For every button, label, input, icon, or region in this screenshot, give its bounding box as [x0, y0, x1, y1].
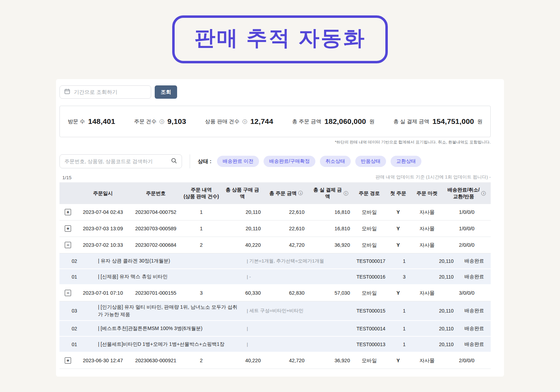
cell-channel: 모바일 — [354, 225, 385, 232]
summary-order-amount-value: 182,060,000 — [324, 117, 366, 126]
info-icon[interactable]: i — [344, 191, 348, 196]
list-meta-row: 1/15 판매 내역 업데이트 기준 (1시간에 1회 업데이트 됩니다) - — [59, 174, 491, 180]
date-range-input[interactable]: 기간으로 조회하기 — [59, 85, 151, 99]
sales-panel: 기간으로 조회하기 조회 방문 수 148,401 주문 건수 i 9,103 … — [56, 79, 504, 377]
cell-delivery-status: 1/0/0/0 — [443, 209, 491, 215]
cell-purchase: 20,110 — [220, 226, 264, 231]
cell-order-total: 62,830 — [264, 290, 308, 296]
item-price: 20,110 — [422, 308, 455, 314]
summary-sales-label: 상품 판매 건수 — [205, 118, 239, 125]
header-first-order: 첫 주문 — [385, 190, 411, 197]
search-placeholder: 주문번호, 상품명, 상품코드로 검색하기 — [64, 158, 153, 165]
item-status: 배송완료 — [455, 258, 491, 264]
table-row: + 2023-07-04 02:43 20230704-000752 1 20,… — [59, 204, 491, 220]
cell-channel: 모바일 — [354, 357, 385, 364]
item-price: 20,110 — [422, 258, 455, 264]
item-code: TEST000014 — [331, 326, 387, 331]
order-item-row: 02 | [베스트추천]관절튼튼MSM 100% 3병(6개월분) | TEST… — [59, 321, 491, 337]
search-icon[interactable] — [171, 158, 177, 165]
cell-order-total: 22,610 — [264, 209, 308, 215]
collapse-button[interactable]: − — [65, 242, 71, 248]
item-code: TEST000017 — [331, 258, 387, 264]
cell-order-total: 22,610 — [264, 226, 308, 231]
item-no: 01 — [59, 274, 89, 280]
cell-purchase: 60,330 — [220, 290, 264, 296]
date-range-placeholder: 기간으로 조회하기 — [74, 89, 117, 96]
summary-order-amount: 총 주문 금액 182,060,000 원 — [292, 117, 374, 126]
cell-delivery-status: 3/0/0/0 — [443, 290, 491, 296]
cell-paid: 16,810 — [308, 209, 354, 215]
summary-sales: 상품 판매 건수 i 12,744 — [205, 117, 273, 126]
item-price: 20,110 — [422, 274, 455, 280]
summary-orders: 주문 건수 i 9,103 — [134, 117, 186, 126]
cell-purchase: 40,220 — [220, 358, 264, 363]
cell-order-total: 42,720 — [264, 358, 308, 363]
expand-button[interactable]: + — [65, 357, 71, 364]
order-item-row: 03 | [인기상품] 유자 멀티 비타민, 판매량 1위, 남녀노소 모두가 … — [59, 301, 491, 321]
cell-count: 1 — [182, 209, 220, 215]
calendar-icon — [64, 88, 70, 96]
header-market: 주문 마켓 — [411, 190, 443, 197]
status-badge-delivered-confirmed[interactable]: 배송완료/구매확정 — [264, 156, 315, 167]
cell-order-no: 20230703-000589 — [130, 226, 182, 231]
item-qty: 3 — [387, 274, 422, 280]
page-title: 판매 추적 자동화 — [194, 24, 365, 52]
cell-channel: 모바일 — [354, 209, 385, 216]
cell-first-order: Y — [385, 226, 411, 231]
header-delivery-status-label: 배송완료/취소/ 교환/반품 — [448, 187, 480, 200]
summary-paid-amount-label: 총 실 결제 금액 — [393, 118, 429, 125]
expand-button[interactable]: + — [65, 209, 71, 215]
cell-delivery-status: 2/0/0/0 — [443, 358, 491, 363]
item-code: TEST000016 — [331, 274, 387, 280]
status-badge-cancelled[interactable]: 취소상태 — [320, 156, 351, 167]
info-icon[interactable]: i — [243, 119, 247, 124]
cell-channel: 모바일 — [354, 290, 385, 296]
expand-button[interactable]: + — [65, 225, 71, 232]
item-name: | [선물세트]비타민D 1병+오메가 1병+선물박스+쇼핑백1장 — [98, 341, 238, 348]
cell-order-no: 20230702-000684 — [130, 242, 182, 248]
collapse-button[interactable]: − — [65, 290, 71, 296]
summary-paid-amount: 총 실 결제 금액 154,751,000 원 — [393, 117, 483, 126]
title-box: 판매 추적 자동화 — [172, 15, 387, 63]
item-name: | [인기상품] 유자 멀티 비타민, 판매량 1위, 남녀노소 모두가 섭취가… — [98, 303, 238, 318]
summary-order-amount-unit: 원 — [369, 118, 374, 125]
search-row: 주문번호, 상품명, 상품코드로 검색하기 상태 : 배송완료 이전 배송완료/… — [59, 154, 491, 168]
search-input[interactable]: 주문번호, 상품명, 상품코드로 검색하기 — [59, 154, 182, 168]
info-icon[interactable]: i — [160, 119, 164, 124]
cell-first-order: Y — [385, 242, 411, 248]
cell-datetime: 2023-07-01 07:10 — [76, 290, 130, 296]
table-row: + 2023-06-30 12:47 20230630-000921 2 40,… — [59, 352, 491, 369]
table-row-expanded: − 2023-07-01 07:10 20230701-000155 3 60,… — [59, 285, 491, 301]
status-badge-returned[interactable]: 반품상태 — [355, 156, 386, 167]
item-qty: 1 — [387, 258, 422, 264]
info-icon[interactable]: i — [481, 191, 486, 196]
cell-order-no: 20230704-000752 — [130, 209, 182, 215]
cell-count: 3 — [182, 290, 220, 296]
summary-visits-label: 방문 수 — [68, 118, 85, 125]
cell-delivery-status: 1/0/0/0 — [443, 226, 491, 231]
table-row-expanded: − 2023-07-02 10:33 20230702-000684 2 40,… — [59, 237, 491, 253]
status-badge-exchanged[interactable]: 교환상태 — [391, 156, 421, 167]
header-delivery-status: 배송완료/취소/ 교환/반품 i — [443, 187, 491, 200]
item-code: TEST000015 — [331, 308, 387, 314]
item-qty: 1 — [387, 308, 422, 314]
query-button[interactable]: 조회 — [155, 85, 177, 99]
header-order-no: 주문번호 — [130, 190, 182, 197]
info-icon[interactable]: i — [298, 191, 303, 195]
item-qty: 1 — [387, 326, 422, 331]
status-badge-before-delivery[interactable]: 배송완료 이전 — [217, 156, 259, 167]
cell-paid: 57,030 — [308, 290, 354, 296]
item-price: 20,110 — [422, 326, 455, 331]
cell-first-order: Y — [385, 358, 411, 363]
item-status: 배송완료 — [455, 308, 491, 314]
order-item-row: 01 | [선물세트]비타민D 1병+오메가 1병+선물박스+쇼핑백1장 | T… — [59, 337, 491, 352]
cell-purchase: 40,220 — [220, 242, 264, 248]
cell-channel: 모바일 — [354, 242, 385, 248]
cell-market: 자사몰 — [411, 290, 443, 296]
cell-datetime: 2023-07-04 02:43 — [76, 209, 130, 215]
item-price: 20,110 — [422, 342, 455, 347]
header-paid-amount-label: 총 실 결제 금 액 — [313, 187, 342, 200]
summary-visits: 방문 수 148,401 — [68, 117, 115, 126]
item-code: TEST000013 — [331, 342, 387, 347]
order-item-row: 01 | [신제품] 유자 맥스 츄잉 비타민 | - TEST000016 3… — [59, 269, 491, 285]
